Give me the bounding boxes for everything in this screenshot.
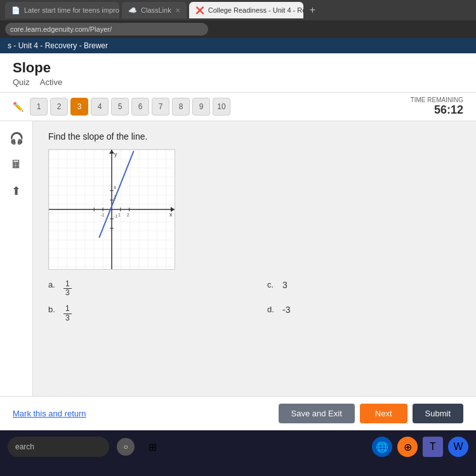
taskbar-system-icons: 🌐 ⊕ T W [372, 437, 468, 457]
taskbar-widgets-icon[interactable]: ⊞ [142, 437, 162, 457]
choice-c-label: c. [267, 280, 277, 289]
audio-icon[interactable]: 🎧 [10, 131, 23, 145]
question-text: Find the slope of the line. [48, 131, 461, 142]
graph-container: x y 1 2 [48, 149, 175, 270]
taskbar-left: earch ○ ⊞ [8, 437, 162, 457]
nav-btn-3[interactable]: 3 [70, 98, 88, 116]
new-tab-button[interactable]: + [306, 4, 319, 16]
svg-text:y: y [114, 151, 117, 157]
question-nav: ✏️ 1 2 3 4 5 6 7 8 9 10 TIME REMAINING 5… [0, 93, 476, 121]
choice-b-numerator: 1 [63, 305, 72, 314]
time-remaining: TIME REMAINING 56:12 [411, 96, 463, 117]
address-bar [0, 20, 476, 38]
quiz-status-label: Active [40, 77, 62, 87]
word-icon[interactable]: W [448, 437, 468, 457]
answer-choices: a. 1 3 c. 3 b. 1 3 [48, 280, 461, 322]
quiz-title: Slope [13, 60, 463, 76]
quiz-meta: Quiz Active [13, 77, 463, 87]
choice-a-fraction: 1 3 [63, 280, 72, 297]
edit-icon[interactable]: ✏️ [13, 102, 23, 112]
time-label: TIME REMAINING [411, 96, 463, 103]
chrome-icon[interactable]: ⊕ [397, 437, 418, 457]
nav-btn-5[interactable]: 5 [111, 98, 129, 116]
tab-1[interactable]: 📄 Later start time for teens impro... ✕ [5, 2, 119, 18]
svg-text:x: x [169, 211, 173, 218]
choice-a-label: a. [48, 280, 58, 289]
footer-buttons: Save and Exit Next Submit [279, 404, 463, 423]
left-toolbar: 🎧 🖩 ⬆ [0, 121, 33, 396]
svg-text:4: 4 [114, 185, 116, 190]
next-button[interactable]: Next [360, 404, 407, 423]
graph-svg: x y 1 2 [49, 150, 175, 269]
calculator-icon[interactable]: 🖩 [11, 158, 22, 171]
app-header: s - Unit 4 - Recovery - Brewer [0, 38, 476, 53]
footer: Mark this and return Save and Exit Next … [0, 396, 476, 430]
choice-b-label: b. [48, 305, 58, 314]
tab-1-favicon: 📄 [11, 6, 20, 15]
choice-b[interactable]: b. 1 3 [48, 305, 242, 322]
svg-text:-1: -1 [114, 214, 117, 218]
tab-bar: 📄 Later start time for teens impro... ✕ … [0, 0, 476, 20]
tab-2[interactable]: ☁️ ClassLink ✕ [122, 2, 187, 18]
tab-3-favicon: ❌ [195, 6, 204, 15]
taskbar: earch ○ ⊞ 🌐 ⊕ T W [0, 430, 476, 463]
quiz-header: Slope Quiz Active [0, 53, 476, 93]
nav-btn-4[interactable]: 4 [91, 98, 109, 116]
nav-btn-10[interactable]: 10 [213, 98, 230, 116]
windows-search-icon[interactable]: ○ [117, 438, 135, 456]
choice-d-value: -3 [282, 305, 290, 315]
tab-2-label: ClassLink [141, 6, 171, 14]
collapse-icon[interactable]: ⬆ [11, 184, 21, 198]
main-content: Slope Quiz Active ✏️ 1 2 3 4 5 6 7 8 9 1… [0, 53, 476, 430]
tab-2-favicon: ☁️ [128, 6, 137, 15]
nav-btn-8[interactable]: 8 [172, 98, 190, 116]
nav-btn-1[interactable]: 1 [30, 98, 48, 116]
question-area: Find the slope of the line. [33, 121, 476, 396]
choice-a-denominator: 3 [63, 289, 72, 297]
nav-btn-6[interactable]: 6 [131, 98, 149, 116]
quiz-type-label: Quiz [13, 77, 30, 87]
choice-d-label: d. [267, 305, 277, 314]
search-placeholder: earch [15, 442, 34, 451]
mark-return-link[interactable]: Mark this and return [13, 409, 86, 418]
submit-button[interactable]: Submit [413, 404, 463, 423]
save-exit-button[interactable]: Save and Exit [279, 404, 355, 423]
time-value: 56:12 [434, 103, 463, 116]
teams-icon[interactable]: T [423, 437, 443, 457]
nav-btn-2[interactable]: 2 [50, 98, 68, 116]
svg-text:-1: -1 [100, 213, 104, 217]
tab-3-label: College Readiness - Unit 4 - Rec... [208, 6, 303, 14]
choice-c-value: 3 [282, 280, 288, 290]
choice-d[interactable]: d. -3 [267, 305, 461, 322]
svg-text:2: 2 [114, 195, 116, 199]
choice-b-fraction: 1 3 [63, 305, 72, 322]
choice-a-numerator: 1 [63, 280, 72, 289]
taskbar-search[interactable]: earch [8, 437, 109, 457]
nav-btn-7[interactable]: 7 [152, 98, 169, 116]
tab-2-close[interactable]: ✕ [175, 7, 180, 14]
content-area: 🎧 🖩 ⬆ Find the slope of the line. [0, 121, 476, 396]
svg-text:2: 2 [127, 213, 129, 217]
tab-1-label: Later start time for teens impro... [24, 6, 119, 14]
choice-b-denominator: 3 [63, 314, 72, 322]
address-input[interactable] [5, 23, 208, 36]
browser-chrome: 📄 Later start time for teens impro... ✕ … [0, 0, 476, 38]
nav-btn-9[interactable]: 9 [192, 98, 210, 116]
choice-c[interactable]: c. 3 [267, 280, 461, 297]
svg-text:1: 1 [118, 213, 121, 217]
choice-a[interactable]: a. 1 3 [48, 280, 242, 297]
edge-icon[interactable]: 🌐 [372, 437, 392, 457]
tab-3[interactable]: ❌ College Readiness - Unit 4 - Rec... ✕ [189, 2, 303, 18]
breadcrumb: s - Unit 4 - Recovery - Brewer [8, 41, 108, 50]
nav-buttons: ✏️ 1 2 3 4 5 6 7 8 9 10 [13, 98, 230, 116]
